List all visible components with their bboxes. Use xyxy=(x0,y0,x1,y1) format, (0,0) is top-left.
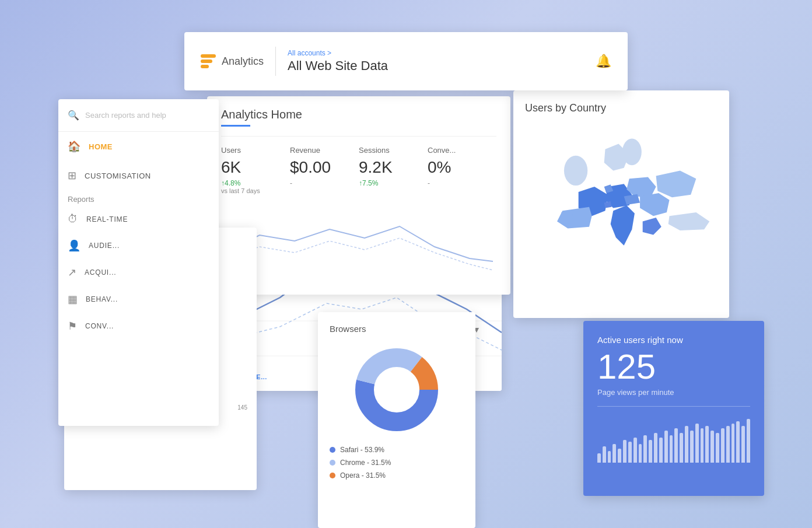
chrome-dot xyxy=(330,460,335,466)
mini-bar xyxy=(639,444,642,463)
line-chart-solid xyxy=(225,226,493,261)
logo-text: Analytics xyxy=(222,55,264,68)
metric-users: Users 6K ↑4.8% vs last 7 days xyxy=(221,146,290,194)
audience-icon: 👤 xyxy=(68,239,80,252)
metric-conversion: Conve... 0% - xyxy=(428,146,496,194)
mini-bar xyxy=(721,428,724,463)
active-users-card: Active users right now 125 Page views pe… xyxy=(583,321,764,496)
nav-label-conversion: CONV... xyxy=(85,322,114,330)
header-card: Analytics All accounts > All Web Site Da… xyxy=(184,32,628,90)
analytics-logo-icon xyxy=(201,54,216,68)
header-title-area: All accounts > All Web Site Data xyxy=(288,49,584,74)
greece-shape xyxy=(643,218,662,235)
mini-bar xyxy=(701,428,704,463)
mini-line-chart-area xyxy=(221,206,496,276)
logo-area: Analytics xyxy=(201,54,264,68)
breadcrumb[interactable]: All accounts > xyxy=(288,49,584,57)
mini-bar xyxy=(685,426,688,463)
metric-revenue-label: Revenue xyxy=(290,146,349,155)
mini-bar xyxy=(654,433,657,463)
mini-bar xyxy=(705,426,709,463)
opera-label: Opera - 31.5% xyxy=(340,471,386,480)
nav-label-home: HOME xyxy=(89,142,113,151)
donut-chart-svg xyxy=(350,343,443,436)
mini-bar xyxy=(643,435,647,463)
mini-bar xyxy=(597,453,601,463)
acquisition-icon: ↗ xyxy=(68,266,76,279)
mini-bar xyxy=(732,424,735,463)
analytics-home-title: Analytics Home xyxy=(221,108,496,121)
search-area[interactable]: 🔍 Search reports and help xyxy=(58,99,219,132)
browser-legend: Safari - 53.9% Chrome - 31.5% Opera - 31… xyxy=(330,446,464,480)
map-title: Users by Country xyxy=(525,102,718,114)
site-title: All Web Site Data xyxy=(288,58,584,74)
metric-sessions-value: 9.2K xyxy=(359,158,418,177)
mini-bar-chart xyxy=(597,416,750,463)
bell-icon[interactable]: 🔔 xyxy=(596,54,611,69)
nav-item-conversion[interactable]: ⚑ CONV... xyxy=(58,313,219,340)
behaviour-icon: ▦ xyxy=(68,293,78,306)
mini-bar xyxy=(664,431,668,463)
mini-bar xyxy=(741,426,745,463)
mini-bar xyxy=(649,440,652,463)
legend-chrome: Chrome - 31.5% xyxy=(330,459,464,467)
active-users-divider xyxy=(597,406,750,407)
metric-conversion-change: - xyxy=(428,179,487,187)
line-chart-dashed xyxy=(225,238,493,270)
metric-sessions-change: ↑7.5% xyxy=(359,179,418,187)
nav-item-realtime[interactable]: ⏱ REAL-TIME xyxy=(58,206,219,232)
home-icon: 🏠 xyxy=(68,140,80,153)
eastern-europe-shape xyxy=(656,170,696,197)
nav-label-customisation: CUSTOMISATION xyxy=(85,172,151,180)
mini-bar xyxy=(634,438,637,463)
mini-bar xyxy=(628,442,632,463)
legend-opera: Opera - 31.5% xyxy=(330,471,464,480)
europe-map-svg xyxy=(525,124,718,287)
metric-conversion-value: 0% xyxy=(428,158,487,177)
x-axis-label: 145 xyxy=(237,404,247,411)
nav-label-behaviour: BEHAV... xyxy=(86,295,118,303)
nav-item-customisation[interactable]: ⊞ CUSTOMISATION xyxy=(58,161,219,190)
legend-safari: Safari - 53.9% xyxy=(330,446,464,454)
nav-item-home[interactable]: 🏠 HOME xyxy=(58,132,219,161)
romania-shape xyxy=(640,193,669,216)
mini-bar xyxy=(736,421,740,463)
safari-label: Safari - 53.9% xyxy=(340,446,384,454)
active-users-title: Active users right now xyxy=(597,335,750,345)
mini-bar xyxy=(612,444,616,463)
uk-shape xyxy=(564,156,587,186)
metric-revenue: Revenue $0.00 - xyxy=(290,146,359,194)
mini-line-chart-svg xyxy=(221,206,496,276)
mini-bar xyxy=(747,419,750,463)
active-users-sub: Page views per minute xyxy=(597,388,750,397)
mini-bar xyxy=(623,440,626,463)
metric-users-value: 6K xyxy=(221,158,281,177)
mini-bar xyxy=(726,426,730,463)
search-icon: 🔍 xyxy=(68,110,79,121)
nav-item-behaviour[interactable]: ▦ BEHAV... xyxy=(58,286,219,313)
mini-bar xyxy=(659,438,663,463)
metric-revenue-value: $0.00 xyxy=(290,158,349,177)
reports-section-label: Reports xyxy=(58,190,219,206)
mini-bar xyxy=(716,433,719,463)
browsers-card: Browsers Safari - 53.9% Chrome - 31.5% O… xyxy=(318,312,475,528)
logo-bar-1 xyxy=(201,54,216,58)
nav-item-audience[interactable]: 👤 AUDIE... xyxy=(58,232,219,259)
nav-item-acquisition[interactable]: ↗ ACQUI... xyxy=(58,259,219,286)
safari-dot xyxy=(330,447,335,453)
mini-bar xyxy=(670,435,673,463)
logo-bar-2 xyxy=(201,60,212,63)
mini-bar xyxy=(695,424,699,463)
portugal-shape xyxy=(561,211,573,224)
nav-label-audience: AUDIE... xyxy=(89,242,120,250)
metric-users-label: Users xyxy=(221,146,281,155)
metric-revenue-change: - xyxy=(290,179,349,187)
sweden-shape xyxy=(622,138,642,165)
donut-hole xyxy=(374,368,419,412)
metric-sessions-label: Sessions xyxy=(359,146,418,155)
metrics-row: Users 6K ↑4.8% vs last 7 days Revenue $0… xyxy=(221,136,496,194)
header-divider xyxy=(275,47,276,76)
title-underline xyxy=(221,125,250,127)
mini-bar xyxy=(674,428,678,463)
metric-conversion-label: Conve... xyxy=(428,146,487,155)
